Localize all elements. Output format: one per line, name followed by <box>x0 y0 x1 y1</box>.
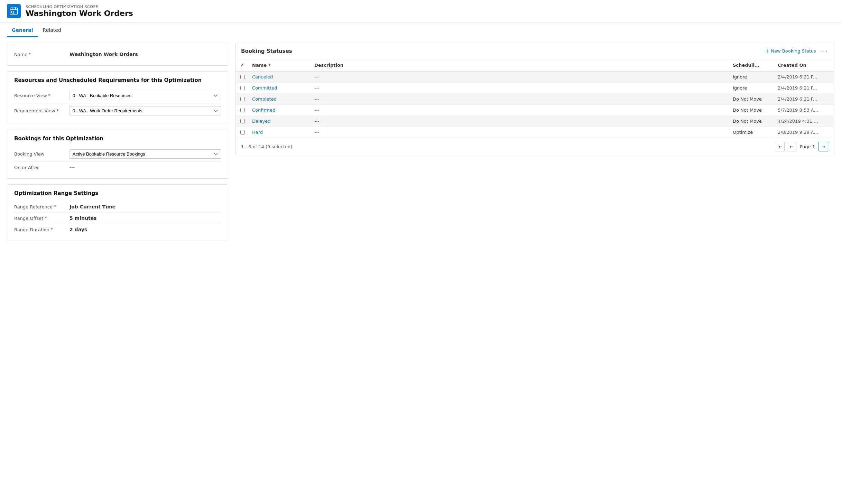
resource-view-row: Resource View * 0 - WA - Bookable Resour… <box>14 88 221 103</box>
name-required-star: * <box>29 52 31 57</box>
table-body: Canceled --- Ignore 2/4/2019 6:21 P... C… <box>235 72 834 138</box>
row-check-4[interactable] <box>235 119 249 123</box>
table-row: Completed --- Do Not Move 2/4/2019 6:21 … <box>235 94 834 105</box>
row-name-3[interactable]: Confirmed <box>249 108 312 113</box>
range-duration-required: * <box>51 227 53 232</box>
row-created-5: 2/8/2019 9:28 A... <box>775 130 834 135</box>
booking-statuses-title: Booking Statuses <box>241 48 765 54</box>
table-header-row: ✓ Name ↑ Description Scheduli... Created… <box>235 59 834 72</box>
resources-title: Resources and Unscheduled Requirements f… <box>14 77 221 83</box>
row-created-1: 2/4/2019 6:21 P... <box>775 85 834 91</box>
main-content: Name * Washington Work Orders Resources … <box>0 37 841 246</box>
page-range-text: 1 - 6 of 14 (0 selected) <box>241 144 292 149</box>
range-offset-row: Range Offset * 5 minutes <box>14 213 221 224</box>
name-section: Name * Washington Work Orders <box>7 43 228 66</box>
row-description-1: --- <box>312 85 730 91</box>
bookings-title: Bookings for this Optimization <box>14 136 221 142</box>
booking-statuses-table: ✓ Name ↑ Description Scheduli... Created… <box>235 59 834 138</box>
header-description[interactable]: Description <box>312 63 730 68</box>
table-row: Delayed --- Do Not Move 4/24/2019 4:31 .… <box>235 116 834 127</box>
row-description-3: --- <box>312 108 730 113</box>
table-row: Confirmed --- Do Not Move 5/7/2019 8:53 … <box>235 105 834 116</box>
booking-view-label: Booking View <box>14 151 70 157</box>
tabs-container: General Related <box>0 24 841 37</box>
range-offset-label: Range Offset * <box>14 216 70 221</box>
row-description-4: --- <box>312 119 730 124</box>
tab-general[interactable]: General <box>7 24 38 37</box>
booking-statuses-card: Booking Statuses + New Booking Status ··… <box>235 43 834 155</box>
row-name-1[interactable]: Committed <box>249 85 312 91</box>
row-scheduling-3: Do Not Move <box>730 108 775 113</box>
row-description-5: --- <box>312 130 730 135</box>
first-page-button[interactable]: |← <box>775 142 785 151</box>
row-checkbox-1[interactable] <box>240 86 245 90</box>
optimization-title: Optimization Range Settings <box>14 190 221 196</box>
row-checkbox-2[interactable] <box>240 97 245 101</box>
row-checkbox-3[interactable] <box>240 108 245 112</box>
row-check-0[interactable] <box>235 75 249 79</box>
row-check-5[interactable] <box>235 130 249 134</box>
row-name-0[interactable]: Canceled <box>249 74 312 80</box>
row-description-2: --- <box>312 96 730 102</box>
row-check-3[interactable] <box>235 108 249 112</box>
range-reference-label: Range Reference * <box>14 204 70 209</box>
row-checkbox-5[interactable] <box>240 130 245 134</box>
range-reference-value: Job Current Time <box>70 204 221 209</box>
on-or-after-row: On or After --- <box>14 162 221 173</box>
header-name[interactable]: Name ↑ <box>249 63 312 68</box>
app-header: SCHEDULING OPTIMIZATION SCOPE Washington… <box>0 0 841 22</box>
pagination-controls: |← ← Page 1 → <box>775 142 828 151</box>
range-reference-required: * <box>54 204 56 209</box>
row-created-0: 2/4/2019 6:21 P... <box>775 74 834 80</box>
booking-view-select[interactable]: Active Bookable Resource Bookings <box>70 149 221 159</box>
row-check-2[interactable] <box>235 97 249 101</box>
requirement-view-select[interactable]: 0 - WA - Work Order Requirements <box>70 106 221 115</box>
app-icon <box>7 4 21 18</box>
name-row: Name * Washington Work Orders <box>14 49 221 60</box>
row-name-4[interactable]: Delayed <box>249 119 312 124</box>
page-number-label: Page 1 <box>798 144 816 149</box>
row-name-5[interactable]: Hard <box>249 130 312 135</box>
on-or-after-label: On or After <box>14 165 70 170</box>
requirement-view-row: Requirement View * 0 - WA - Work Order R… <box>14 103 221 118</box>
on-or-after-value: --- <box>70 165 221 170</box>
header-scheduling[interactable]: Scheduli... <box>730 63 775 68</box>
resource-view-required: * <box>48 93 50 98</box>
new-booking-label: New Booking Status <box>771 48 816 54</box>
row-checkbox-0[interactable] <box>240 75 245 79</box>
prev-page-button[interactable]: ← <box>787 142 796 151</box>
range-offset-value: 5 minutes <box>70 215 221 221</box>
row-check-1[interactable] <box>235 86 249 90</box>
table-row: Canceled --- Ignore 2/4/2019 6:21 P... <box>235 72 834 83</box>
row-scheduling-5: Optimize <box>730 130 775 135</box>
row-scheduling-4: Do Not Move <box>730 119 775 124</box>
requirement-view-label: Requirement View * <box>14 108 70 113</box>
requirement-view-required: * <box>57 109 59 113</box>
row-scheduling-2: Do Not Move <box>730 96 775 102</box>
row-description-0: --- <box>312 74 730 80</box>
header-check: ✓ <box>235 62 249 68</box>
more-options-button[interactable]: ··· <box>820 47 828 55</box>
table-row: Hard --- Optimize 2/8/2019 9:28 A... <box>235 127 834 138</box>
row-created-4: 4/24/2019 4:31 ... <box>775 119 834 124</box>
plus-icon: + <box>765 48 769 54</box>
header-created-on[interactable]: Created On <box>775 63 834 68</box>
new-booking-status-button[interactable]: + New Booking Status <box>765 48 816 54</box>
next-page-button[interactable]: → <box>819 142 828 151</box>
svg-line-5 <box>13 13 15 14</box>
optimization-section: Optimization Range Settings Range Refere… <box>7 184 228 241</box>
row-checkbox-4[interactable] <box>240 119 245 123</box>
name-label: Name * <box>14 52 70 57</box>
range-duration-value: 2 days <box>70 227 221 232</box>
resource-view-select[interactable]: 0 - WA - Bookable Resources <box>70 91 221 100</box>
resource-view-label: Resource View * <box>14 93 70 98</box>
name-value: Washington Work Orders <box>70 52 221 57</box>
header-subtitle: SCHEDULING OPTIMIZATION SCOPE <box>26 4 133 9</box>
check-mark-icon: ✓ <box>240 62 244 68</box>
row-name-2[interactable]: Completed <box>249 96 312 102</box>
booking-card-header: Booking Statuses + New Booking Status ··… <box>235 43 834 59</box>
tab-related[interactable]: Related <box>38 24 66 37</box>
left-panel: Name * Washington Work Orders Resources … <box>7 43 228 241</box>
row-created-3: 5/7/2019 8:53 A... <box>775 108 834 113</box>
range-duration-row: Range Duration * 2 days <box>14 224 221 235</box>
